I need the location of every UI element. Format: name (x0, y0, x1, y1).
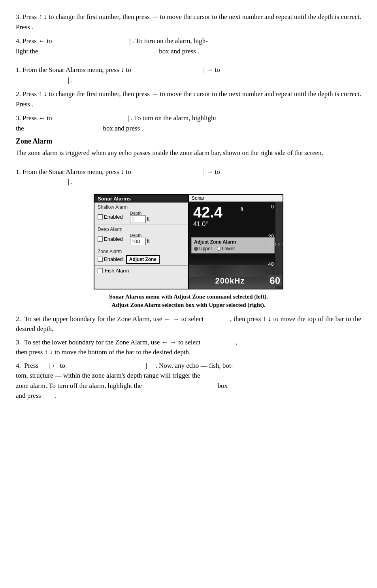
zone-desc: The zone alarm is triggered when any ech… (16, 148, 361, 158)
shallow-depth-label: Depth (130, 211, 150, 216)
lower-radio[interactable]: Lower (217, 246, 235, 251)
sonar-frequency: 200kHz (215, 276, 245, 285)
spacer-1 (16, 60, 361, 65)
zone-alarm-title: Zone Alarm (16, 137, 361, 146)
step-3: 3. To set the lower boundary for the Zon… (16, 337, 361, 357)
radio-row: Upper Lower (194, 246, 272, 251)
zone-alarm-section: Zone Alarm Enabled Adjust Zone (94, 247, 188, 265)
shallow-checkbox-box (98, 214, 103, 219)
zone-enabled-checkbox[interactable]: Enabled (98, 256, 123, 262)
sonar-depth-sub: 41.0° (193, 221, 208, 228)
sonar-alarms-panel: Sonar Alarms Shallow Alarm Enabled Depth… (94, 194, 188, 289)
shallow-enabled-label: Enabled (104, 214, 123, 220)
sonar-depth-ft: ft (241, 206, 243, 212)
step-1: 1. From the Sonar Alarms menu, press ↓ t… (16, 65, 361, 85)
step-1-zone: 1. From the Sonar Alarms menu, press ↓ t… (16, 167, 361, 187)
lower-radio-empty (217, 247, 221, 251)
lower-radio-label: Lower (222, 246, 235, 251)
step-2: 2. To set the upper boundary for the Zon… (16, 314, 361, 334)
adjust-zone-overlay-title: Adjust Zone Alarm (194, 239, 272, 245)
para-3: 2. Press ↑ ↓ to change the first number,… (16, 89, 361, 109)
sonar-depth-big: 42.4 (193, 205, 222, 220)
fish-checkbox-box (98, 268, 103, 273)
scale-0: 0 (271, 204, 274, 210)
upper-radio[interactable]: Upper (194, 246, 212, 251)
page-content: 3. Press ↑ ↓ to change the first number,… (16, 12, 361, 401)
sonar-freq-num: 60 (268, 275, 282, 286)
deep-alarm-section: Deep Alarm Enabled Depth 100 ft (94, 225, 188, 247)
deep-enabled-label: Enabled (104, 236, 123, 242)
para-4: 3. Press ← to | . To turn on the alarm, … (16, 113, 361, 133)
fish-alarm-label: Fish Alarm (105, 268, 129, 274)
scale-40: 40 (268, 261, 274, 267)
deep-alarm-row: Enabled Depth 100 ft (98, 233, 185, 245)
adjust-zone-overlay: Adjust Zone Alarm Upper Lower (191, 237, 275, 253)
spacer-2 (16, 162, 361, 167)
deep-depth-label: Depth (130, 233, 150, 238)
sonar-noise-mid (189, 265, 275, 277)
step-4: 4. Press | ← to | . Now, any echo — fish… (16, 361, 361, 401)
para-2: 4. Press ← to | . To turn on the alarm, … (16, 36, 361, 56)
deep-enabled-checkbox[interactable]: Enabled (98, 236, 123, 242)
sonar-display-panel: Sonar 42.4 ft 41.0° 0 20 40 60 ALARM (188, 194, 283, 289)
shallow-depth-input[interactable]: 1 (130, 216, 146, 223)
deep-checkbox-box (98, 236, 103, 242)
image-container: Sonar Alarms Shallow Alarm Enabled Depth… (16, 194, 361, 289)
sonar-display-title: Sonar (189, 195, 283, 202)
deep-ft-label: ft (147, 238, 150, 244)
caption-line1: Sonar Alarms menu with Adjust Zone comma… (109, 293, 268, 300)
zone-enabled-label: Enabled (104, 256, 123, 262)
shallow-alarm-section: Shallow Alarm Enabled Depth 1 ft (94, 202, 188, 225)
adjust-zone-button[interactable]: Adjust Zone (126, 255, 160, 264)
shallow-ft-label: ft (147, 216, 150, 222)
zone-alarm-panel-label: Zone Alarm (98, 249, 185, 254)
caption-line2: Adjust Zone Alarm selection box with Upp… (111, 302, 265, 308)
shallow-enabled-checkbox[interactable]: Enabled (98, 214, 123, 220)
deep-depth-input[interactable]: 100 (130, 238, 146, 245)
deep-alarm-label: Deep Alarm (98, 227, 185, 232)
zone-alarm-row: Enabled Adjust Zone (98, 255, 185, 264)
shallow-alarm-label: Shallow Alarm (98, 204, 185, 210)
zone-checkbox-box (98, 257, 103, 262)
sonar-screen: 42.4 ft 41.0° 0 20 40 60 ALARM Adjust Zo… (189, 202, 283, 289)
para-1: 3. Press ↑ ↓ to change the first number,… (16, 12, 361, 32)
image-caption: Sonar Alarms menu with Adjust Zone comma… (16, 293, 361, 309)
sonar-alarms-title: Sonar Alarms (94, 195, 188, 202)
upper-radio-filled (194, 247, 198, 251)
fish-alarm-row: Fish Alarm (94, 265, 188, 276)
upper-radio-label: Upper (199, 246, 212, 251)
shallow-alarm-row: Enabled Depth 1 ft (98, 211, 185, 223)
